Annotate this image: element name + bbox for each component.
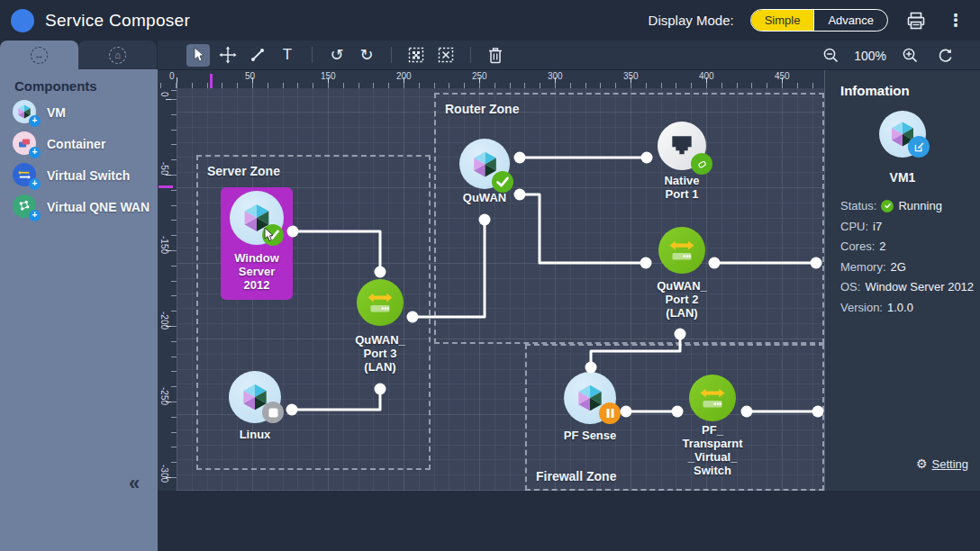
status-paused-icon <box>599 402 621 424</box>
refresh-view-button[interactable] <box>933 44 957 67</box>
select-all-button[interactable] <box>404 44 428 67</box>
select-tool-button[interactable] <box>186 44 210 67</box>
text-tool-icon: T <box>283 46 292 64</box>
app-logo <box>11 9 34 32</box>
sidebar-item-virtual-switch[interactable]: + Virtual Switch <box>13 163 150 187</box>
undo-icon: ↺ <box>330 47 343 63</box>
node-linux[interactable]: Linux <box>205 371 304 441</box>
information-panel: Infomation VM1 Status: Running <box>824 70 980 491</box>
toolbar-divider <box>470 47 471 63</box>
node-quwan-port-2[interactable]: QuWAN_ Port 2 (LAN) <box>632 227 731 320</box>
status-running-icon <box>492 171 513 193</box>
components-header: Components <box>14 78 97 94</box>
zone-router[interactable]: Router Zone <box>434 93 824 344</box>
ethernet-port-icon <box>667 131 696 160</box>
arrows-lr-icon: ↔ <box>31 47 48 64</box>
zoom-in-button[interactable] <box>898 44 921 67</box>
add-icon: + <box>29 115 41 127</box>
connector-icon <box>250 47 266 63</box>
mouse-cursor-icon <box>263 227 276 242</box>
components-sidebar: ↔ ⌂ Components + VM <box>0 41 158 551</box>
display-mode-label: Display Mode: <box>649 13 734 28</box>
selected-node-name: VM1 <box>825 170 980 185</box>
cursor-icon <box>191 47 205 63</box>
ruler-cursor-marker <box>159 185 173 188</box>
container-icon: + <box>13 131 37 156</box>
info-row-os: OS: Window Server 2012 <box>840 280 980 294</box>
redo-icon: ↻ <box>359 47 373 63</box>
node-quwan-port-3[interactable]: QuWAN_ Port 3 (LAN) <box>331 279 430 374</box>
tab-zones[interactable]: ⌂ <box>78 41 157 69</box>
printer-icon <box>906 11 926 31</box>
zoom-in-icon <box>902 47 919 64</box>
mode-simple-button[interactable]: Simple <box>751 10 815 31</box>
node-pf-sense[interactable]: PF Sense <box>540 372 640 442</box>
edit-icon[interactable] <box>908 136 930 158</box>
info-row-status: Status: Running <box>840 199 980 212</box>
add-icon: + <box>29 210 41 221</box>
topbar: Service Composer Display Mode: Simple Ad… <box>0 0 980 41</box>
ruler-label: 400 <box>699 71 714 81</box>
vm-icon: + <box>13 100 37 124</box>
mode-advance-button[interactable]: Advance <box>814 10 887 31</box>
collapse-sidebar-button[interactable]: « <box>129 472 140 495</box>
ruler-label: 50 <box>245 71 255 81</box>
text-tool-button[interactable]: T <box>276 44 299 67</box>
zoom-out-icon <box>822 47 839 64</box>
ruler-label: 0 <box>169 71 175 81</box>
bottom-strip <box>158 491 980 551</box>
qne-wan-icon: + <box>13 194 37 219</box>
design-canvas[interactable]: Server Zone Router Zone Firewall Zone <box>177 88 824 491</box>
ruler-cursor-marker <box>210 74 213 88</box>
move-icon <box>219 46 237 64</box>
marquee-clear-icon <box>438 47 454 63</box>
add-icon: + <box>29 178 41 190</box>
ruler-label: 200 <box>396 71 412 81</box>
node-native-port-1[interactable]: Native Port 1 <box>632 122 731 201</box>
setting-link[interactable]: ⚙ Setting <box>916 456 968 471</box>
toolbar-divider <box>391 47 392 63</box>
info-row-version: Version: 1.0.0 <box>840 301 980 314</box>
node-window-server-2012[interactable]: Window Server 2012 <box>221 187 293 300</box>
switch-icon <box>666 234 698 266</box>
display-mode-toggle: Simple Advance <box>750 9 888 32</box>
sidebar-item-container[interactable]: + Container <box>13 131 150 156</box>
deselect-button[interactable] <box>434 44 458 67</box>
canvas-toolbar: T ↺ ↻ <box>158 41 980 70</box>
ruler-label: 0 <box>159 92 169 97</box>
info-row-memory: Memory: 2G <box>840 260 980 274</box>
info-row-cpu: CPU: i7 <box>840 220 980 233</box>
node-quwan[interactable]: QuWAN <box>435 139 534 204</box>
tab-components[interactable]: ↔ <box>0 41 78 69</box>
vertical-ruler: 0 -50 -150 -200 -250 -300 <box>158 88 177 491</box>
delete-button[interactable] <box>484 44 507 67</box>
redo-button[interactable]: ↻ <box>355 44 378 67</box>
marquee-grid-icon <box>408 47 424 63</box>
status-running-icon <box>881 200 894 212</box>
refresh-icon <box>937 47 954 64</box>
zoom-out-button[interactable] <box>819 44 842 67</box>
zoom-level: 100% <box>854 49 886 63</box>
undo-button[interactable]: ↺ <box>325 44 349 67</box>
node-pf-transparent-virtual-switch[interactable]: PF_ Transparnt _Virtual_ Switch <box>663 375 762 477</box>
ruler-label: 250 <box>472 71 487 81</box>
switch-icon <box>364 286 396 319</box>
ruler-label: -300 <box>159 465 169 483</box>
more-menu-button[interactable]: ⋮ <box>944 9 967 32</box>
sidebar-item-virtual-qne-wan[interactable]: + Virtual QNE WAN <box>13 194 150 219</box>
info-row-cores: Cores: 2 <box>840 239 980 253</box>
connector-tool-button[interactable] <box>246 44 269 67</box>
sidebar-item-vm[interactable]: + VM <box>13 100 150 124</box>
ruler-label: 300 <box>548 71 563 81</box>
switch-icon <box>696 382 729 414</box>
ruler-label: 350 <box>623 71 639 81</box>
ruler-label: -200 <box>159 312 169 330</box>
move-tool-button[interactable] <box>216 44 240 67</box>
print-button[interactable] <box>904 9 928 32</box>
ruler-label: -250 <box>159 387 169 405</box>
app-title: Service Composer <box>45 11 190 31</box>
gear-icon: ⚙ <box>916 456 928 471</box>
toolbar-divider <box>312 47 313 63</box>
status-stopped-icon <box>262 402 284 423</box>
sidebar-tabs: ↔ ⌂ <box>0 41 158 69</box>
